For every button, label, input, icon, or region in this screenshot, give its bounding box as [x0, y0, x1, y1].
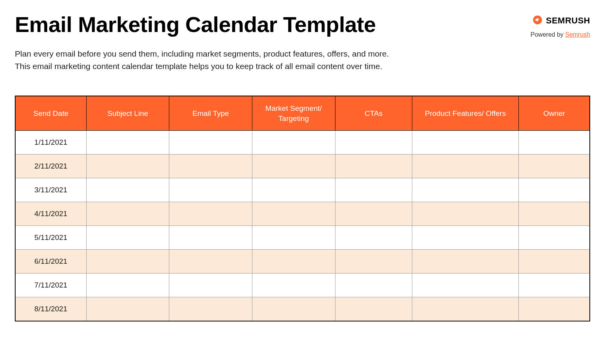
- cell-subject-line: [86, 131, 169, 154]
- cell-ctas: [335, 131, 412, 154]
- cell-subject-line: [86, 273, 169, 297]
- powered-by-prefix: Powered by: [530, 31, 565, 38]
- cell-market-segment: [252, 178, 335, 202]
- page-title: Email Marketing Calendar Template: [15, 12, 376, 37]
- header-owner: Owner: [519, 96, 590, 131]
- cell-product-features: [412, 250, 518, 273]
- table-row: 5/11/2021: [15, 226, 590, 250]
- cell-send-date: 2/11/2021: [15, 154, 86, 178]
- cell-owner: [519, 250, 590, 273]
- header-product-features: Product Features/ Offers: [412, 96, 518, 131]
- cell-product-features: [412, 202, 518, 226]
- cell-send-date: 6/11/2021: [15, 250, 86, 273]
- cell-send-date: 1/11/2021: [15, 131, 86, 154]
- cell-ctas: [335, 250, 412, 273]
- cell-email-type: [169, 131, 252, 154]
- cell-ctas: [335, 226, 412, 250]
- cell-owner: [519, 131, 590, 154]
- header-market-segment: Market Segment/ Targeting: [252, 96, 335, 131]
- cell-subject-line: [86, 178, 169, 202]
- description-text: Plan every email before you send them, i…: [15, 48, 405, 72]
- cell-owner: [519, 226, 590, 250]
- cell-email-type: [169, 226, 252, 250]
- cell-ctas: [335, 273, 412, 297]
- table-row: 1/11/2021: [15, 131, 590, 154]
- calendar-table: Send Date Subject Line Email Type Market…: [15, 96, 590, 321]
- cell-send-date: 4/11/2021: [15, 202, 86, 226]
- cell-ctas: [335, 178, 412, 202]
- cell-subject-line: [86, 226, 169, 250]
- cell-market-segment: [252, 226, 335, 250]
- brand-name: SEMRUSH: [546, 16, 590, 26]
- cell-ctas: [335, 154, 412, 178]
- brand-logo: SEMRUSH: [532, 15, 590, 27]
- header-subject-line: Subject Line: [86, 96, 169, 131]
- cell-email-type: [169, 250, 252, 273]
- cell-market-segment: [252, 250, 335, 273]
- powered-by-link[interactable]: Semrush: [565, 31, 590, 38]
- cell-market-segment: [252, 202, 335, 226]
- cell-email-type: [169, 273, 252, 297]
- cell-ctas: [335, 202, 412, 226]
- cell-send-date: 7/11/2021: [15, 273, 86, 297]
- header-ctas: CTAs: [335, 96, 412, 131]
- cell-subject-line: [86, 250, 169, 273]
- cell-owner: [519, 202, 590, 226]
- cell-subject-line: [86, 297, 169, 321]
- cell-market-segment: [252, 273, 335, 297]
- cell-owner: [519, 273, 590, 297]
- header-send-date: Send Date: [15, 96, 86, 131]
- table-row: 2/11/2021: [15, 154, 590, 178]
- powered-by: Powered by Semrush: [530, 31, 590, 38]
- cell-product-features: [412, 273, 518, 297]
- flame-icon: [532, 15, 543, 27]
- cell-ctas: [335, 297, 412, 321]
- cell-product-features: [412, 154, 518, 178]
- cell-market-segment: [252, 297, 335, 321]
- header-email-type: Email Type: [169, 96, 252, 131]
- cell-send-date: 3/11/2021: [15, 178, 86, 202]
- cell-email-type: [169, 178, 252, 202]
- cell-email-type: [169, 154, 252, 178]
- cell-owner: [519, 297, 590, 321]
- table-row: 4/11/2021: [15, 202, 590, 226]
- cell-product-features: [412, 297, 518, 321]
- table-row: 6/11/2021: [15, 250, 590, 273]
- cell-product-features: [412, 178, 518, 202]
- table-header-row: Send Date Subject Line Email Type Market…: [15, 96, 590, 131]
- cell-market-segment: [252, 154, 335, 178]
- cell-email-type: [169, 297, 252, 321]
- cell-send-date: 5/11/2021: [15, 226, 86, 250]
- cell-owner: [519, 178, 590, 202]
- table-row: 7/11/2021: [15, 273, 590, 297]
- cell-market-segment: [252, 131, 335, 154]
- cell-subject-line: [86, 154, 169, 178]
- cell-owner: [519, 154, 590, 178]
- table-row: 8/11/2021: [15, 297, 590, 321]
- cell-send-date: 8/11/2021: [15, 297, 86, 321]
- cell-email-type: [169, 202, 252, 226]
- cell-product-features: [412, 226, 518, 250]
- cell-subject-line: [86, 202, 169, 226]
- cell-product-features: [412, 131, 518, 154]
- brand-column: SEMRUSH Powered by Semrush: [530, 12, 590, 38]
- table-row: 3/11/2021: [15, 178, 590, 202]
